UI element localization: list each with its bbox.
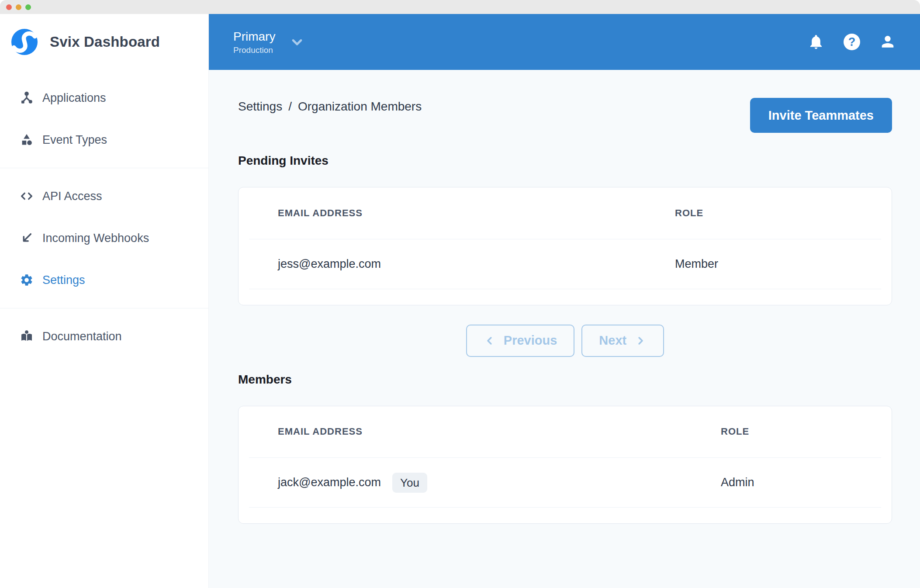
column-header-email: EMAIL ADDRESS — [249, 406, 692, 458]
sidebar-item-label: Incoming Webhooks — [42, 232, 149, 245]
applications-icon — [20, 91, 34, 105]
titlebar — [0, 0, 920, 14]
topbar: Primary Production — [209, 14, 920, 70]
table-row: jack@example.com You Admin — [249, 458, 881, 508]
sidebar-item-label: Applications — [42, 91, 106, 105]
environment-mode: Production — [233, 45, 275, 56]
column-header-email: EMAIL ADDRESS — [249, 187, 646, 239]
sidebar-item-documentation[interactable]: Documentation — [0, 315, 208, 357]
sidebar-item-label: Event Types — [42, 133, 107, 147]
chevron-left-icon — [484, 335, 496, 347]
chevron-down-icon — [289, 34, 305, 50]
previous-label: Previous — [504, 333, 557, 348]
documentation-icon — [20, 329, 34, 343]
pending-invites-heading: Pending Invites — [238, 153, 892, 169]
members-card: EMAIL ADDRESS ROLE jack@example.com You — [238, 406, 892, 524]
member-role: Admin — [692, 458, 881, 508]
members-heading: Members — [238, 372, 892, 387]
settings-gear-icon — [20, 273, 34, 287]
svix-logo-icon — [11, 28, 38, 55]
incoming-webhooks-icon — [20, 231, 34, 245]
page-content: Settings / Organization Members Invite T… — [209, 70, 920, 588]
breadcrumb: Settings / Organization Members — [238, 98, 422, 115]
sidebar-item-label: Settings — [42, 273, 85, 287]
invite-teammates-button[interactable]: Invite Teammates — [750, 98, 892, 133]
sidebar-item-event-types[interactable]: Event Types — [0, 119, 208, 161]
sidebar-section-docs: Documentation — [0, 308, 208, 364]
pending-invites-card: EMAIL ADDRESS ROLE jess@example.com Memb… — [238, 187, 892, 305]
app-window: Svix Dashboard Applications — [0, 0, 920, 588]
brand: Svix Dashboard — [0, 14, 208, 70]
pending-invites-table: EMAIL ADDRESS ROLE jess@example.com Memb… — [249, 187, 881, 289]
sidebar-item-api-access[interactable]: API Access — [0, 175, 208, 217]
invite-email: jess@example.com — [249, 239, 646, 289]
traffic-light-minimize-button[interactable] — [16, 4, 21, 10]
account-button[interactable] — [879, 33, 896, 51]
event-types-icon — [20, 133, 34, 147]
invite-role: Member — [646, 239, 881, 289]
sidebar-section-main: Applications Event Types — [0, 70, 208, 168]
environment-name: Primary — [233, 28, 275, 45]
app-title: Svix Dashboard — [50, 34, 160, 50]
environment-switcher[interactable]: Primary Production — [233, 28, 305, 56]
sidebar-item-label: API Access — [42, 190, 102, 203]
column-header-role: ROLE — [646, 187, 881, 239]
members-table: EMAIL ADDRESS ROLE jack@example.com You — [249, 406, 881, 508]
table-row: jess@example.com Member — [249, 239, 881, 289]
bell-icon — [808, 34, 824, 50]
sidebar-item-incoming-webhooks[interactable]: Incoming Webhooks — [0, 217, 208, 259]
chevron-right-icon — [634, 335, 647, 347]
next-page-button[interactable]: Next — [581, 325, 664, 357]
column-header-role: ROLE — [692, 406, 881, 458]
previous-page-button[interactable]: Previous — [466, 325, 575, 357]
breadcrumb-separator: / — [288, 98, 292, 115]
sidebar: Svix Dashboard Applications — [0, 14, 209, 588]
breadcrumb-settings[interactable]: Settings — [238, 98, 282, 115]
traffic-light-zoom-button[interactable] — [25, 4, 31, 10]
member-email: jack@example.com — [278, 476, 381, 489]
breadcrumb-current: Organization Members — [298, 98, 422, 115]
next-label: Next — [599, 333, 626, 348]
sidebar-item-applications[interactable]: Applications — [0, 77, 208, 119]
sidebar-item-settings[interactable]: Settings — [0, 259, 208, 301]
help-button[interactable]: ? — [843, 33, 861, 51]
sidebar-item-label: Documentation — [42, 330, 122, 343]
traffic-light-close-button[interactable] — [6, 4, 12, 10]
sidebar-section-settings: API Access Incoming Webhooks — [0, 168, 208, 308]
user-icon — [879, 34, 896, 50]
you-badge: You — [392, 473, 427, 493]
api-access-icon — [20, 189, 34, 203]
pagination: Previous Next — [238, 325, 892, 357]
notifications-button[interactable] — [807, 33, 825, 51]
help-icon: ? — [844, 34, 860, 50]
